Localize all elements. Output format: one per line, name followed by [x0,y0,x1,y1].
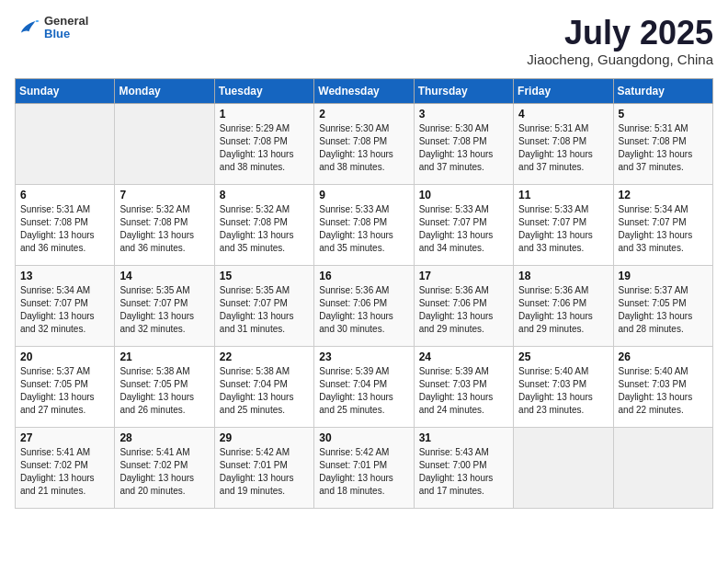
day-number: 7 [119,189,209,201]
calendar-cell: 14Sunrise: 5:35 AM Sunset: 7:07 PM Dayli… [115,265,214,346]
calendar-cell: 6Sunrise: 5:31 AM Sunset: 7:08 PM Daylig… [16,184,115,265]
calendar-cell: 12Sunrise: 5:34 AM Sunset: 7:07 PM Dayli… [613,184,712,265]
col-header-friday: Friday [514,78,613,103]
cell-info: Sunrise: 5:35 AM Sunset: 7:07 PM Dayligh… [220,284,309,336]
calendar-cell [613,427,712,508]
calendar-cell: 15Sunrise: 5:35 AM Sunset: 7:07 PM Dayli… [214,265,313,346]
day-number: 10 [419,189,508,201]
day-number: 21 [119,350,209,363]
day-number: 23 [319,350,408,363]
cell-info: Sunrise: 5:33 AM Sunset: 7:07 PM Dayligh… [518,203,608,255]
cell-info: Sunrise: 5:35 AM Sunset: 7:07 PM Dayligh… [119,284,209,336]
cell-info: Sunrise: 5:30 AM Sunset: 7:08 PM Dayligh… [419,122,508,174]
col-header-saturday: Saturday [613,78,712,103]
day-number: 2 [319,108,408,121]
cell-info: Sunrise: 5:36 AM Sunset: 7:06 PM Dayligh… [419,284,508,336]
day-number: 5 [619,108,708,121]
logo-blue: Blue [44,28,88,40]
day-number: 16 [319,270,408,282]
calendar-cell: 13Sunrise: 5:34 AM Sunset: 7:07 PM Dayli… [16,265,115,346]
calendar-cell: 20Sunrise: 5:37 AM Sunset: 7:05 PM Dayli… [16,346,115,427]
day-number: 26 [619,350,708,363]
logo: General Blue [15,15,88,41]
week-row-3: 13Sunrise: 5:34 AM Sunset: 7:07 PM Dayli… [16,265,713,346]
cell-info: Sunrise: 5:42 AM Sunset: 7:01 PM Dayligh… [220,446,309,498]
calendar-cell: 24Sunrise: 5:39 AM Sunset: 7:03 PM Dayli… [414,346,513,427]
day-number: 6 [20,189,109,201]
calendar-cell: 31Sunrise: 5:43 AM Sunset: 7:00 PM Dayli… [414,427,513,508]
calendar-cell: 30Sunrise: 5:42 AM Sunset: 7:01 PM Dayli… [314,427,414,508]
calendar-cell: 23Sunrise: 5:39 AM Sunset: 7:04 PM Dayli… [314,346,414,427]
cell-info: Sunrise: 5:30 AM Sunset: 7:08 PM Dayligh… [319,122,408,174]
day-number: 15 [220,270,309,282]
cell-info: Sunrise: 5:34 AM Sunset: 7:07 PM Dayligh… [619,203,708,255]
day-number: 30 [319,431,408,444]
calendar-cell: 22Sunrise: 5:38 AM Sunset: 7:04 PM Dayli… [214,346,313,427]
cell-info: Sunrise: 5:41 AM Sunset: 7:02 PM Dayligh… [119,446,209,498]
calendar-header-row: SundayMondayTuesdayWednesdayThursdayFrid… [16,78,713,103]
calendar-cell: 21Sunrise: 5:38 AM Sunset: 7:05 PM Dayli… [115,346,214,427]
cell-info: Sunrise: 5:31 AM Sunset: 7:08 PM Dayligh… [619,122,708,174]
title-block: July 2025 Jiaocheng, Guangdong, China [527,15,713,67]
day-number: 25 [518,350,608,363]
calendar-cell [16,103,115,184]
day-number: 14 [119,270,209,282]
day-number: 4 [518,108,608,121]
cell-info: Sunrise: 5:37 AM Sunset: 7:05 PM Dayligh… [619,284,708,336]
col-header-sunday: Sunday [16,78,115,103]
cell-info: Sunrise: 5:39 AM Sunset: 7:04 PM Dayligh… [319,365,408,417]
calendar-cell [115,103,214,184]
calendar-cell [514,427,613,508]
cell-info: Sunrise: 5:31 AM Sunset: 7:08 PM Dayligh… [518,122,608,174]
cell-info: Sunrise: 5:37 AM Sunset: 7:05 PM Dayligh… [20,365,109,417]
calendar-cell: 11Sunrise: 5:33 AM Sunset: 7:07 PM Dayli… [514,184,613,265]
col-header-thursday: Thursday [414,78,513,103]
calendar-table: SundayMondayTuesdayWednesdayThursdayFrid… [15,78,713,509]
day-number: 9 [319,189,408,201]
calendar-cell: 5Sunrise: 5:31 AM Sunset: 7:08 PM Daylig… [613,103,712,184]
day-number: 31 [419,431,508,444]
calendar-cell: 2Sunrise: 5:30 AM Sunset: 7:08 PM Daylig… [314,103,414,184]
calendar-cell: 4Sunrise: 5:31 AM Sunset: 7:08 PM Daylig… [514,103,613,184]
calendar-cell: 1Sunrise: 5:29 AM Sunset: 7:08 PM Daylig… [214,103,313,184]
week-row-4: 20Sunrise: 5:37 AM Sunset: 7:05 PM Dayli… [16,346,713,427]
col-header-wednesday: Wednesday [314,78,414,103]
col-header-tuesday: Tuesday [214,78,313,103]
week-row-5: 27Sunrise: 5:41 AM Sunset: 7:02 PM Dayli… [16,427,713,508]
cell-info: Sunrise: 5:36 AM Sunset: 7:06 PM Dayligh… [319,284,408,336]
cell-info: Sunrise: 5:39 AM Sunset: 7:03 PM Dayligh… [419,365,508,417]
logo-text: General Blue [44,15,88,41]
day-number: 19 [619,270,708,282]
cell-info: Sunrise: 5:38 AM Sunset: 7:05 PM Dayligh… [119,365,209,417]
month-title: July 2025 [527,15,713,52]
day-number: 27 [20,431,109,444]
page-header: General Blue July 2025 Jiaocheng, Guangd… [15,15,713,67]
calendar-cell: 8Sunrise: 5:32 AM Sunset: 7:08 PM Daylig… [214,184,313,265]
day-number: 29 [220,431,309,444]
cell-info: Sunrise: 5:40 AM Sunset: 7:03 PM Dayligh… [619,365,708,417]
cell-info: Sunrise: 5:41 AM Sunset: 7:02 PM Dayligh… [20,446,109,498]
calendar-cell: 18Sunrise: 5:36 AM Sunset: 7:06 PM Dayli… [514,265,613,346]
cell-info: Sunrise: 5:36 AM Sunset: 7:06 PM Dayligh… [518,284,608,336]
day-number: 20 [20,350,109,363]
cell-info: Sunrise: 5:38 AM Sunset: 7:04 PM Dayligh… [220,365,309,417]
calendar-cell: 19Sunrise: 5:37 AM Sunset: 7:05 PM Dayli… [613,265,712,346]
calendar-cell: 9Sunrise: 5:33 AM Sunset: 7:08 PM Daylig… [314,184,414,265]
cell-info: Sunrise: 5:33 AM Sunset: 7:08 PM Dayligh… [319,203,408,255]
calendar-cell: 29Sunrise: 5:42 AM Sunset: 7:01 PM Dayli… [214,427,313,508]
cell-info: Sunrise: 5:43 AM Sunset: 7:00 PM Dayligh… [419,446,508,498]
col-header-monday: Monday [115,78,214,103]
cell-info: Sunrise: 5:32 AM Sunset: 7:08 PM Dayligh… [220,203,309,255]
day-number: 24 [419,350,508,363]
day-number: 13 [20,270,109,282]
day-number: 17 [419,270,508,282]
day-number: 28 [119,431,209,444]
week-row-1: 1Sunrise: 5:29 AM Sunset: 7:08 PM Daylig… [16,103,713,184]
week-row-2: 6Sunrise: 5:31 AM Sunset: 7:08 PM Daylig… [16,184,713,265]
cell-info: Sunrise: 5:42 AM Sunset: 7:01 PM Dayligh… [319,446,408,498]
calendar-cell: 28Sunrise: 5:41 AM Sunset: 7:02 PM Dayli… [115,427,214,508]
cell-info: Sunrise: 5:29 AM Sunset: 7:08 PM Dayligh… [220,122,309,174]
cell-info: Sunrise: 5:32 AM Sunset: 7:08 PM Dayligh… [119,203,209,255]
cell-info: Sunrise: 5:33 AM Sunset: 7:07 PM Dayligh… [419,203,508,255]
calendar-cell: 16Sunrise: 5:36 AM Sunset: 7:06 PM Dayli… [314,265,414,346]
